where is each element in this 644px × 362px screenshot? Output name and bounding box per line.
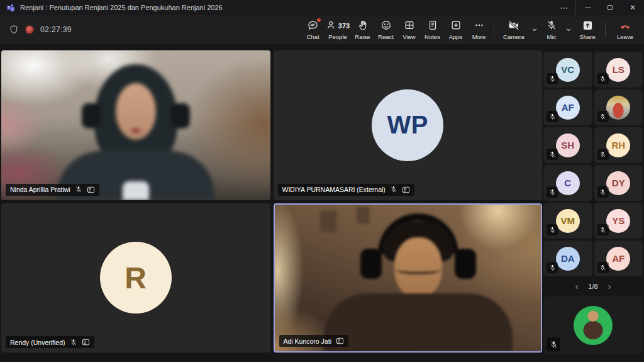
sidebar-participant-tile[interactable]: VM — [543, 203, 592, 239]
sidebar-participant-tile[interactable]: YS — [594, 203, 643, 239]
avatar: AF — [556, 96, 580, 120]
participant-tile-widiya[interactable]: WP WIDIYA PURNAMASARI (External) — [274, 50, 543, 200]
mic-off-badge — [547, 337, 560, 351]
self-video-tile[interactable] — [543, 297, 643, 354]
people-icon — [326, 20, 337, 31]
sidebar-participant-tile[interactable]: SH — [543, 127, 592, 163]
meeting-toolbar: 02:27:39 Chat 373 People Raise — [0, 15, 644, 44]
mic-off-badge — [547, 262, 558, 273]
toolbar-divider — [494, 22, 494, 37]
person-frame-icon — [82, 338, 90, 346]
recording-indicator-icon — [26, 26, 33, 33]
share-icon — [582, 20, 594, 31]
notes-button[interactable]: Notes — [421, 15, 444, 44]
toolbar-divider — [605, 22, 606, 37]
react-icon — [380, 20, 392, 31]
person-frame-icon — [402, 186, 410, 194]
mic-off-icon — [75, 186, 82, 193]
mic-button[interactable]: Mic — [539, 15, 564, 44]
avatar: LS — [606, 58, 630, 82]
video-feed — [1, 50, 270, 200]
apps-icon — [450, 20, 462, 31]
name-label: WIDIYA PURNAMASARI (External) — [278, 184, 414, 196]
participant-tile-rendy[interactable]: R Rendy (Unverified) — [1, 203, 270, 353]
raise-hand-icon — [357, 20, 369, 31]
teams-meeting-window: Renjani : Penutupan Renjani 2025 dan Pen… — [0, 0, 644, 362]
self-avatar-photo — [574, 306, 613, 345]
camera-off-icon — [508, 20, 520, 31]
person-frame-icon — [87, 186, 95, 194]
avatar: DY — [606, 171, 630, 195]
title-bar: Renjani : Penutupan Renjani 2025 dan Pen… — [0, 0, 644, 15]
sidebar-participant-tile[interactable] — [594, 89, 643, 125]
share-button[interactable]: Share — [573, 15, 602, 44]
chat-icon — [307, 20, 319, 31]
people-count: 373 — [338, 21, 350, 31]
participant-tile-ninda[interactable]: Ninda Aprillia Pratiwi — [1, 50, 270, 200]
mic-off-badge — [597, 73, 609, 84]
avatar: VC — [556, 58, 580, 82]
next-page-icon[interactable]: › — [608, 282, 611, 291]
avatar: WP — [372, 89, 443, 161]
chat-notification-badge — [317, 18, 321, 22]
teams-logo-icon — [6, 3, 15, 12]
mic-chevron-down-icon[interactable] — [564, 15, 573, 44]
avatar: SH — [556, 133, 580, 157]
avatar: AF — [606, 247, 630, 271]
prev-page-icon[interactable]: ‹ — [575, 282, 579, 291]
person-frame-icon — [336, 337, 344, 345]
gallery-pager: ‹ 1/8 › — [543, 282, 643, 291]
sidebar-participant-tile[interactable]: VC — [543, 52, 592, 88]
maximize-button[interactable] — [599, 0, 621, 15]
name-label: Adi Kuncoro Jati — [279, 335, 348, 347]
shield-icon — [9, 25, 19, 35]
window-more-button[interactable]: ⋯ — [553, 0, 576, 15]
avatar: R — [100, 242, 172, 314]
minimize-icon — [585, 8, 591, 8]
more-button[interactable]: More — [467, 15, 491, 44]
mic-off-badge — [547, 111, 558, 122]
sidebar-participant-tile[interactable]: RH — [594, 127, 643, 163]
leave-icon — [618, 20, 632, 31]
participants-sidebar: VCLSAFSHRHCDYVMYSDAAF ‹ 1/8 › — [543, 52, 643, 354]
minimize-button[interactable] — [576, 0, 599, 15]
sidebar-participant-tile[interactable]: AF — [594, 240, 643, 276]
sidebar-participant-tile[interactable]: DY — [594, 165, 643, 201]
sidebar-participant-tile[interactable]: C — [543, 165, 592, 201]
camera-chevron-down-icon[interactable] — [530, 15, 539, 44]
video-feed — [275, 205, 541, 352]
apps-button[interactable]: Apps — [444, 15, 467, 44]
meeting-stage: Ninda Aprillia Pratiwi WP WIDIYA PURNAMA… — [0, 44, 644, 362]
window-title: Renjani : Penutupan Renjani 2025 dan Pen… — [20, 4, 223, 11]
raise-hand-button[interactable]: Raise — [351, 15, 374, 44]
mic-off-badge — [547, 224, 558, 235]
sidebar-participant-tile[interactable]: DA — [543, 240, 592, 276]
leave-button[interactable]: Leave — [609, 15, 641, 44]
participant-tile-adi[interactable]: Adi Kuncoro Jati — [274, 203, 543, 353]
chat-button[interactable]: Chat — [301, 15, 325, 44]
close-button[interactable]: ✕ — [621, 0, 644, 15]
avatar: YS — [606, 209, 630, 233]
mic-off-badge — [597, 262, 609, 273]
page-indicator: 1/8 — [588, 283, 597, 290]
meeting-timer: 02:27:39 — [40, 25, 72, 34]
avatar: VM — [556, 209, 580, 233]
avatar-photo — [606, 96, 630, 120]
sidebar-participant-tile[interactable]: AF — [543, 89, 592, 125]
mic-off-badge — [547, 73, 558, 84]
camera-button[interactable]: Camera — [497, 15, 530, 44]
name-label: Ninda Aprillia Pratiwi — [6, 184, 99, 196]
mic-off-icon — [70, 339, 77, 346]
react-button[interactable]: React — [374, 15, 397, 44]
notes-icon — [427, 20, 438, 31]
people-button[interactable]: 373 People — [325, 15, 351, 44]
view-button[interactable]: View — [397, 15, 421, 44]
mic-off-badge — [597, 224, 609, 235]
name-label: Rendy (Unverified) — [6, 336, 94, 348]
mic-off-icon — [546, 20, 557, 31]
mic-off-badge — [597, 186, 609, 198]
mic-off-badge — [597, 149, 609, 160]
view-icon — [404, 20, 415, 31]
mic-off-badge — [547, 149, 558, 160]
sidebar-participant-tile[interactable]: LS — [594, 52, 643, 88]
